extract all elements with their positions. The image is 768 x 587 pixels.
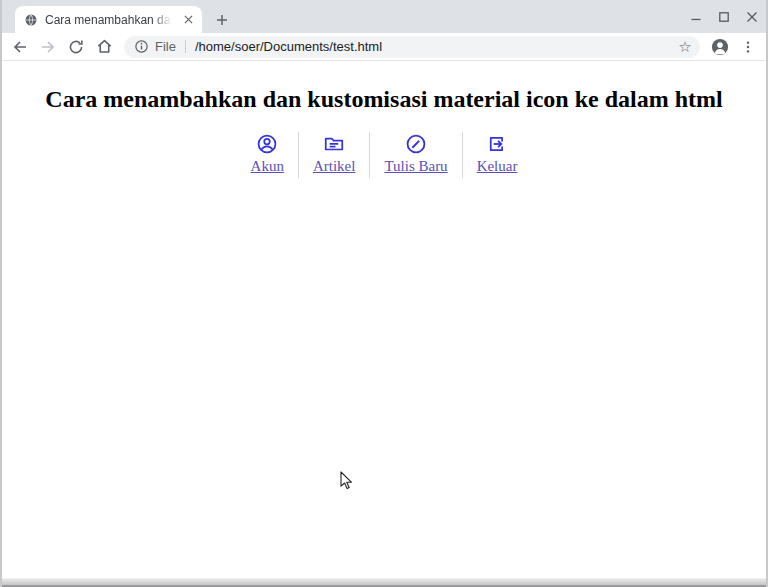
info-icon[interactable] — [134, 39, 149, 54]
nav-link-tulis-baru[interactable]: Tulis Baru — [384, 158, 447, 175]
browser-tab[interactable]: Cara menambahkan dan kustomisasi materia… — [15, 6, 202, 33]
tab-strip: Cara menambahkan dan kustomisasi materia… — [2, 0, 766, 33]
arrow-left-icon — [12, 39, 28, 55]
icon-nav: Akun Artikel Tulis Baru — [2, 132, 766, 178]
edit-circle-icon — [405, 133, 427, 155]
bookmark-star-icon[interactable]: ☆ — [674, 36, 696, 58]
topic-folder-icon — [323, 133, 345, 155]
back-button[interactable] — [8, 35, 32, 59]
nav-item-tulis-baru[interactable]: Tulis Baru — [369, 132, 461, 178]
browser-window: Cara menambahkan dan kustomisasi materia… — [0, 0, 768, 587]
kebab-menu-icon[interactable] — [736, 35, 760, 59]
window-bottom-edge — [2, 578, 766, 587]
window-controls — [687, 8, 760, 25]
minimize-button[interactable] — [687, 8, 704, 25]
account-circle-icon — [256, 133, 278, 155]
tab-title: Cara menambahkan dan kustomisasi materia… — [45, 13, 176, 27]
plus-icon — [216, 14, 228, 26]
url-text: /home/soer/Documents/test.html — [195, 39, 674, 54]
nav-link-keluar[interactable]: Keluar — [477, 158, 518, 175]
reload-button[interactable] — [64, 35, 88, 59]
profile-avatar-icon[interactable] — [708, 35, 732, 59]
nav-link-akun[interactable]: Akun — [251, 158, 284, 175]
home-button[interactable] — [92, 35, 116, 59]
mouse-cursor — [340, 471, 353, 491]
new-tab-button[interactable] — [210, 8, 234, 32]
url-separator — [185, 40, 186, 53]
home-icon — [96, 38, 113, 55]
arrow-right-icon — [40, 39, 56, 55]
nav-item-keluar[interactable]: Keluar — [462, 132, 532, 178]
globe-icon — [24, 13, 38, 27]
forward-button[interactable] — [36, 35, 60, 59]
tab-close-icon[interactable] — [180, 12, 196, 28]
address-bar[interactable]: File /home/soer/Documents/test.html ☆ — [124, 36, 700, 58]
browser-toolbar: File /home/soer/Documents/test.html ☆ — [2, 33, 766, 61]
close-window-button[interactable] — [743, 8, 760, 25]
page-content: Cara menambahkan dan kustomisasi materia… — [2, 61, 766, 578]
nav-item-akun[interactable]: Akun — [237, 132, 298, 178]
reload-icon — [68, 39, 84, 55]
url-scheme-label: File — [155, 39, 176, 54]
page-title: Cara menambahkan dan kustomisasi materia… — [2, 86, 766, 113]
maximize-button[interactable] — [715, 8, 732, 25]
nav-link-artikel[interactable]: Artikel — [313, 158, 356, 175]
nav-item-artikel[interactable]: Artikel — [298, 132, 370, 178]
exit-to-app-icon — [486, 133, 508, 155]
